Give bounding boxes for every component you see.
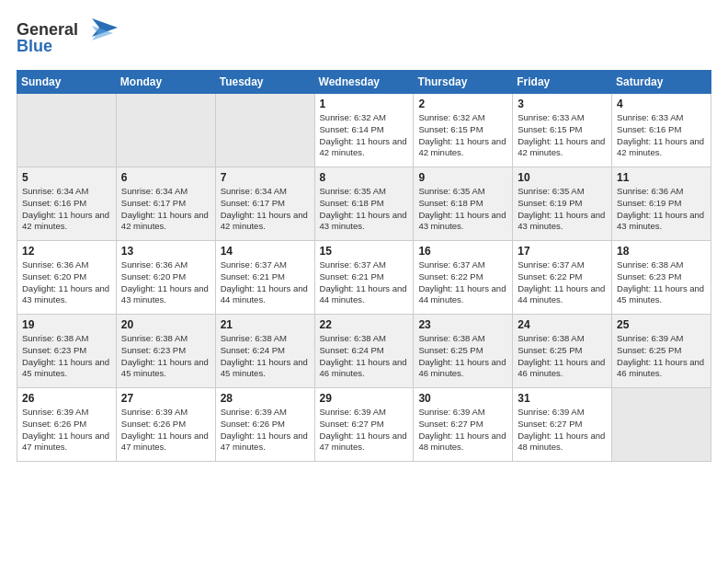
day-number: 22 [320, 318, 409, 331]
day-cell: 3Sunrise: 6:33 AMSunset: 6:15 PMDaylight… [513, 94, 612, 167]
day-number: 17 [518, 245, 607, 258]
day-info: Sunrise: 6:39 AMSunset: 6:25 PMDaylight:… [617, 333, 706, 380]
day-number: 4 [617, 98, 706, 110]
day-cell: 1Sunrise: 6:32 AMSunset: 6:14 PMDaylight… [314, 94, 414, 167]
day-info: Sunrise: 6:37 AMSunset: 6:21 PMDaylight:… [221, 259, 310, 306]
header: General Blue [17, 17, 711, 61]
day-info: Sunrise: 6:32 AMSunset: 6:14 PMDaylight:… [320, 112, 409, 159]
day-number: 23 [418, 318, 507, 331]
day-number: 2 [418, 98, 507, 110]
day-number: 20 [121, 318, 210, 331]
weekday-saturday: Saturday [612, 71, 711, 94]
day-number: 7 [221, 171, 310, 184]
day-number: 11 [617, 171, 706, 184]
day-cell: 31Sunrise: 6:39 AMSunset: 6:27 PMDayligh… [513, 388, 612, 462]
week-row-1: 1Sunrise: 6:32 AMSunset: 6:14 PMDaylight… [17, 94, 711, 167]
weekday-sunday: Sunday [17, 71, 117, 94]
svg-text:General: General [17, 20, 78, 39]
week-row-3: 12Sunrise: 6:36 AMSunset: 6:20 PMDayligh… [17, 241, 711, 315]
day-cell: 16Sunrise: 6:37 AMSunset: 6:22 PMDayligh… [414, 241, 513, 315]
day-info: Sunrise: 6:39 AMSunset: 6:26 PMDaylight:… [121, 407, 210, 454]
logo: General Blue [17, 17, 118, 61]
day-info: Sunrise: 6:34 AMSunset: 6:17 PMDaylight:… [121, 186, 210, 233]
day-info: Sunrise: 6:38 AMSunset: 6:23 PMDaylight:… [22, 333, 111, 380]
day-info: Sunrise: 6:35 AMSunset: 6:18 PMDaylight:… [320, 186, 409, 233]
week-row-2: 5Sunrise: 6:34 AMSunset: 6:16 PMDaylight… [17, 167, 711, 241]
day-number: 13 [121, 245, 210, 258]
day-info: Sunrise: 6:33 AMSunset: 6:15 PMDaylight:… [518, 112, 607, 159]
day-cell: 21Sunrise: 6:38 AMSunset: 6:24 PMDayligh… [215, 315, 314, 388]
day-cell: 30Sunrise: 6:39 AMSunset: 6:27 PMDayligh… [414, 388, 513, 462]
day-cell: 22Sunrise: 6:38 AMSunset: 6:24 PMDayligh… [314, 315, 414, 388]
day-cell: 19Sunrise: 6:38 AMSunset: 6:23 PMDayligh… [17, 315, 117, 388]
day-info: Sunrise: 6:35 AMSunset: 6:18 PMDaylight:… [418, 186, 507, 233]
day-number: 15 [320, 245, 409, 258]
day-number: 14 [221, 245, 310, 258]
day-cell: 28Sunrise: 6:39 AMSunset: 6:26 PMDayligh… [215, 388, 314, 462]
day-cell: 18Sunrise: 6:38 AMSunset: 6:23 PMDayligh… [612, 241, 711, 315]
logo-text: General Blue [17, 17, 118, 61]
logo-svg: General Blue [17, 17, 118, 57]
day-info: Sunrise: 6:39 AMSunset: 6:27 PMDaylight:… [518, 407, 607, 454]
day-cell: 20Sunrise: 6:38 AMSunset: 6:23 PMDayligh… [116, 315, 215, 388]
day-number: 27 [121, 392, 210, 405]
day-number: 26 [22, 392, 111, 405]
day-info: Sunrise: 6:35 AMSunset: 6:19 PMDaylight:… [518, 186, 607, 233]
weekday-tuesday: Tuesday [215, 71, 314, 94]
day-cell: 10Sunrise: 6:35 AMSunset: 6:19 PMDayligh… [513, 167, 612, 241]
weekday-header-row: SundayMondayTuesdayWednesdayThursdayFrid… [17, 71, 711, 94]
weekday-monday: Monday [116, 71, 215, 94]
day-number: 3 [518, 98, 607, 110]
day-number: 10 [518, 171, 607, 184]
day-number: 25 [617, 318, 706, 331]
weekday-friday: Friday [513, 71, 612, 94]
day-info: Sunrise: 6:38 AMSunset: 6:23 PMDaylight:… [617, 259, 706, 306]
day-info: Sunrise: 6:38 AMSunset: 6:24 PMDaylight:… [221, 333, 310, 380]
day-cell: 26Sunrise: 6:39 AMSunset: 6:26 PMDayligh… [17, 388, 117, 462]
day-cell: 27Sunrise: 6:39 AMSunset: 6:26 PMDayligh… [116, 388, 215, 462]
day-number: 6 [121, 171, 210, 184]
day-cell [116, 94, 215, 167]
day-info: Sunrise: 6:38 AMSunset: 6:23 PMDaylight:… [121, 333, 210, 380]
day-info: Sunrise: 6:37 AMSunset: 6:22 PMDaylight:… [418, 259, 507, 306]
day-info: Sunrise: 6:38 AMSunset: 6:25 PMDaylight:… [418, 333, 507, 380]
day-cell: 13Sunrise: 6:36 AMSunset: 6:20 PMDayligh… [116, 241, 215, 315]
day-cell: 15Sunrise: 6:37 AMSunset: 6:21 PMDayligh… [314, 241, 414, 315]
day-info: Sunrise: 6:37 AMSunset: 6:21 PMDaylight:… [320, 259, 409, 306]
day-number: 16 [418, 245, 507, 258]
day-number: 12 [22, 245, 111, 258]
day-cell: 24Sunrise: 6:38 AMSunset: 6:25 PMDayligh… [513, 315, 612, 388]
day-cell: 9Sunrise: 6:35 AMSunset: 6:18 PMDaylight… [414, 167, 513, 241]
day-cell: 2Sunrise: 6:32 AMSunset: 6:15 PMDaylight… [414, 94, 513, 167]
day-number: 21 [221, 318, 310, 331]
day-cell: 12Sunrise: 6:36 AMSunset: 6:20 PMDayligh… [17, 241, 117, 315]
day-info: Sunrise: 6:36 AMSunset: 6:20 PMDaylight:… [121, 259, 210, 306]
week-row-5: 26Sunrise: 6:39 AMSunset: 6:26 PMDayligh… [17, 388, 711, 462]
day-cell: 6Sunrise: 6:34 AMSunset: 6:17 PMDaylight… [116, 167, 215, 241]
day-cell [612, 388, 711, 462]
day-info: Sunrise: 6:36 AMSunset: 6:20 PMDaylight:… [22, 259, 111, 306]
day-number: 1 [320, 98, 409, 110]
day-cell [215, 94, 314, 167]
day-info: Sunrise: 6:37 AMSunset: 6:22 PMDaylight:… [518, 259, 607, 306]
day-info: Sunrise: 6:39 AMSunset: 6:26 PMDaylight:… [221, 407, 310, 454]
day-info: Sunrise: 6:38 AMSunset: 6:25 PMDaylight:… [518, 333, 607, 380]
day-cell: 17Sunrise: 6:37 AMSunset: 6:22 PMDayligh… [513, 241, 612, 315]
svg-text:Blue: Blue [17, 37, 52, 55]
day-cell: 7Sunrise: 6:34 AMSunset: 6:17 PMDaylight… [215, 167, 314, 241]
page: General Blue SundayMondayTuesdayWednesda… [0, 0, 728, 563]
day-number: 18 [617, 245, 706, 258]
day-number: 29 [320, 392, 409, 405]
calendar-table: SundayMondayTuesdayWednesdayThursdayFrid… [17, 70, 711, 462]
day-cell: 11Sunrise: 6:36 AMSunset: 6:19 PMDayligh… [612, 167, 711, 241]
day-info: Sunrise: 6:38 AMSunset: 6:24 PMDaylight:… [320, 333, 409, 380]
day-cell: 5Sunrise: 6:34 AMSunset: 6:16 PMDaylight… [17, 167, 117, 241]
day-cell: 8Sunrise: 6:35 AMSunset: 6:18 PMDaylight… [314, 167, 414, 241]
day-number: 30 [418, 392, 507, 405]
day-cell: 14Sunrise: 6:37 AMSunset: 6:21 PMDayligh… [215, 241, 314, 315]
day-number: 9 [418, 171, 507, 184]
day-cell: 4Sunrise: 6:33 AMSunset: 6:16 PMDaylight… [612, 94, 711, 167]
day-cell: 25Sunrise: 6:39 AMSunset: 6:25 PMDayligh… [612, 315, 711, 388]
day-cell: 29Sunrise: 6:39 AMSunset: 6:27 PMDayligh… [314, 388, 414, 462]
day-info: Sunrise: 6:39 AMSunset: 6:26 PMDaylight:… [22, 407, 111, 454]
